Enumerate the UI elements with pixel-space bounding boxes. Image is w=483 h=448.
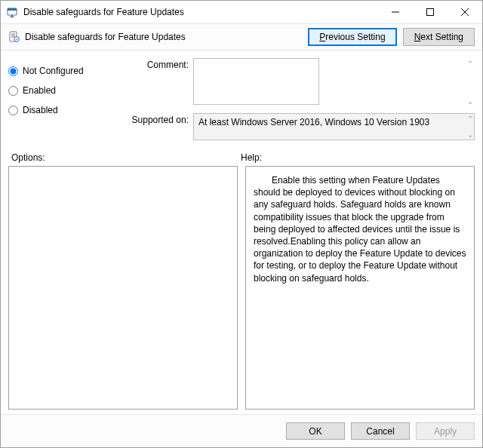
scroll-down-icon: ⌄ <box>467 97 473 106</box>
window-title: Disable safeguards for Feature Updates <box>23 7 378 17</box>
app-icon <box>7 6 19 18</box>
policy-icon <box>8 31 20 43</box>
comment-input[interactable] <box>193 58 319 105</box>
dialog-footer: OK Cancel Apply <box>1 414 482 447</box>
state-radio-group: Not Configured Enabled Disabled <box>8 58 125 146</box>
window-controls <box>378 1 482 23</box>
options-label: Options: <box>11 152 241 163</box>
radio-not-configured[interactable]: Not Configured <box>8 61 125 81</box>
help-text: Enable this setting when Feature Updates… <box>254 174 466 284</box>
policy-title: Disable safeguards for Feature Updates <box>25 32 302 42</box>
upper-panel: Not Configured Enabled Disabled Comment:… <box>1 51 482 146</box>
options-pane <box>8 166 238 410</box>
minimize-button[interactable] <box>378 1 413 23</box>
supported-value: At least Windows Server 2016, Windows 10… <box>193 113 475 140</box>
prev-post: revious Setting <box>325 32 385 42</box>
ok-button[interactable]: OK <box>286 422 345 440</box>
next-accel: N <box>414 32 421 42</box>
supported-text: At least Windows Server 2016, Windows 10… <box>198 117 429 127</box>
panes-header: Options: Help: <box>1 146 482 166</box>
svg-rect-3 <box>10 17 14 17</box>
radio-enabled-label: Enabled <box>23 85 56 96</box>
svg-rect-1 <box>8 8 17 11</box>
next-post: ext Setting <box>420 32 463 42</box>
titlebar: Disable safeguards for Feature Updates <box>1 1 482 23</box>
prev-accel: P <box>319 32 325 42</box>
radio-enabled[interactable]: Enabled <box>8 81 125 100</box>
close-button[interactable] <box>448 1 482 23</box>
gpo-settings-dialog: Disable safeguards for Feature Updates <box>0 0 483 448</box>
radio-enabled-input[interactable] <box>8 86 18 96</box>
help-label: Help: <box>241 152 262 163</box>
apply-button[interactable]: Apply <box>416 422 475 440</box>
comment-row: Comment: ⌃ ⌄ <box>125 58 475 107</box>
svg-rect-5 <box>427 9 434 16</box>
radio-disabled-input[interactable] <box>8 106 18 115</box>
radio-not-configured-label: Not Configured <box>23 66 84 76</box>
supported-row: Supported on: At least Windows Server 20… <box>125 113 475 140</box>
radio-disabled-label: Disabled <box>23 105 58 115</box>
previous-setting-button[interactable]: Previous Setting <box>308 28 396 46</box>
supported-label: Supported on: <box>125 113 193 125</box>
svg-rect-2 <box>11 15 13 17</box>
maximize-button[interactable] <box>413 1 448 23</box>
radio-not-configured-input[interactable] <box>8 66 18 76</box>
cancel-button[interactable]: Cancel <box>351 422 410 440</box>
scroll-up-icon: ⌃ <box>467 60 473 68</box>
fields-panel: Comment: ⌃ ⌄ Supported on: At least Wind… <box>125 58 475 146</box>
next-setting-button[interactable]: Next Setting <box>403 28 475 46</box>
panes: Enable this setting when Feature Updates… <box>1 166 482 414</box>
radio-disabled[interactable]: Disabled <box>8 100 125 120</box>
comment-label: Comment: <box>125 58 193 70</box>
subheader: Disable safeguards for Feature Updates P… <box>1 23 482 51</box>
help-pane: Enable this setting when Feature Updates… <box>245 166 475 410</box>
